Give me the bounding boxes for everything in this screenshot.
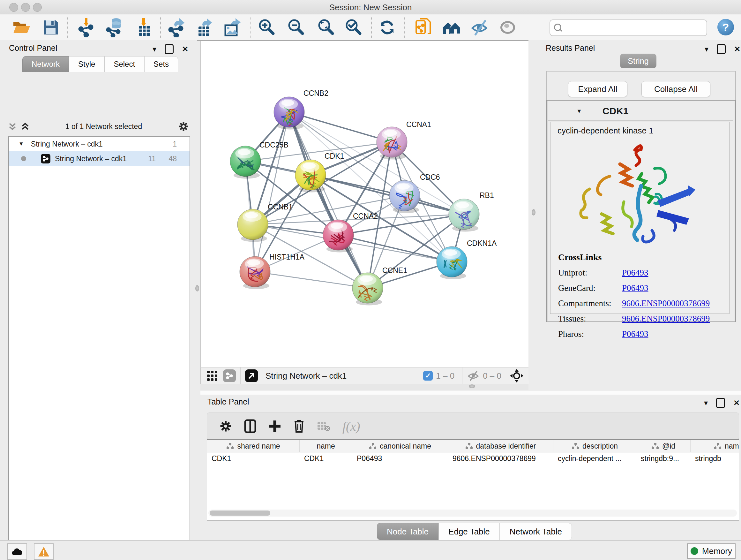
table-cell[interactable]: stringdb [690,452,739,465]
birdseye-toggle-icon[interactable] [510,369,524,383]
expand-all-icon[interactable] [21,122,29,131]
grid-view-icon[interactable] [206,370,218,381]
network-canvas[interactable]: CCNB2CCNA1CDC25BCDK1CDC6RB1CCNB1CCNA2CDK… [200,41,529,367]
zoom-fit-icon[interactable] [317,17,336,37]
table-cell[interactable]: cyclin-dependent ... [553,452,636,465]
show-columns-icon[interactable] [244,419,256,433]
panel-close-icon[interactable]: ✕ [182,45,188,53]
import-table-icon[interactable] [134,17,154,37]
control-panel-tabs: NetworkStyleSelectSets [22,56,178,72]
graph-node-CCNE1[interactable] [352,273,383,306]
graph-node-CCNA1[interactable] [377,127,407,160]
help-button[interactable]: ? [718,19,734,36]
crosslink-link[interactable]: P06493 [622,329,649,339]
entry-expander-icon[interactable]: ▼ [576,108,582,115]
copy-network-icon[interactable] [414,17,433,37]
graph-node-CDC25B[interactable] [230,146,261,179]
tab-select[interactable]: Select [105,56,144,72]
panel-menu-icon[interactable]: ▾ [704,399,708,407]
toolbar-separator [371,17,372,38]
delete-column-icon[interactable] [293,419,305,433]
show-panel-eye-icon[interactable] [498,17,518,37]
bottom-splitter-handle[interactable] [469,384,475,388]
tree-expander-icon[interactable]: ▼ [18,141,24,147]
refresh-icon[interactable] [377,17,397,37]
import-network-database-icon[interactable] [105,17,125,37]
graph-node-CDKN1A[interactable] [436,246,467,279]
collapse-all-button[interactable]: Collapse All [642,81,711,97]
delete-table-icon[interactable] [317,421,330,432]
crosslink-link[interactable]: 9606.ENSP00000378699 [622,299,710,308]
network-collection-row[interactable]: ▼ String Network – cdk1 1 [9,137,190,151]
import-network-icon[interactable] [77,17,96,37]
memory-button[interactable]: Memory [687,543,736,559]
panel-float-icon[interactable] [717,44,726,54]
panel-float-icon[interactable] [165,44,174,54]
add-column-icon[interactable] [268,420,281,433]
table-cell[interactable]: CDK1 [207,452,300,465]
column-header-shared-name[interactable]: shared name [207,440,300,452]
table-gear-icon[interactable] [219,420,232,433]
column-label: namespace [725,442,739,450]
zoom-in-icon[interactable] [257,17,277,37]
column-header-name[interactable]: name [300,440,352,452]
table-cell[interactable]: stringdb:9... [636,452,690,465]
open-in-new-window-icon[interactable] [245,369,258,382]
table-cell[interactable]: P06493 [352,452,448,465]
panel-close-icon[interactable]: ✕ [733,399,740,407]
tab-edge-table[interactable]: Edge Table [439,523,500,540]
panel-float-icon[interactable] [716,398,725,408]
scrollbar-thumb[interactable] [210,510,270,516]
cloud-status-button[interactable] [7,543,27,560]
search-input[interactable] [563,21,702,34]
column-header-canonical-name[interactable]: canonical name [352,440,448,452]
zoom-out-icon[interactable] [286,17,307,37]
tab-node-table[interactable]: Node Table [377,523,439,540]
function-builder-icon[interactable]: f(x) [342,419,360,434]
horizontal-scrollbar[interactable] [208,509,737,516]
crosslink-link[interactable]: 9606.ENSP00000378699 [622,314,710,324]
network-graph[interactable]: CCNB2CCNA1CDC25BCDK1CDC6RB1CCNB1CCNA2CDK… [201,41,529,367]
string-view-icon[interactable] [223,369,236,382]
column-header-database-identifier[interactable]: database identifier [448,440,553,452]
warning-status-button[interactable] [34,543,54,560]
tab-string[interactable]: String [620,54,657,68]
table-cell[interactable]: CDK1 [300,452,352,465]
tab-style[interactable]: Style [69,56,105,72]
panel-close-icon[interactable]: ✕ [734,45,740,53]
selected-nodes-checkbox[interactable]: ✓ [423,371,433,381]
tab-sets[interactable]: Sets [144,56,178,72]
graph-node-CCNA2[interactable] [323,220,354,253]
hide-panel-eye-icon[interactable] [470,17,489,37]
network-row-selected[interactable]: String Network – cdk1 11 48 [9,151,190,166]
crosslink-link[interactable]: P06493 [622,283,649,293]
panel-menu-icon[interactable]: ▾ [704,45,709,53]
graph-node-HIST1H1A[interactable] [240,256,270,289]
tab-network-table[interactable]: Network Table [500,523,572,540]
gear-icon[interactable] [178,121,189,132]
graph-node-CDK1[interactable] [295,160,326,192]
export-table-icon[interactable] [195,17,214,37]
crosslink-link[interactable]: P06493 [622,268,649,278]
column-header-namespace[interactable]: namespace [690,440,739,452]
collapse-all-icon[interactable] [8,122,17,131]
graph-node-RB1[interactable] [449,199,479,232]
open-folder-icon[interactable] [11,17,31,37]
save-session-icon[interactable] [41,17,61,37]
left-splitter-handle[interactable] [195,285,199,292]
table-cell[interactable]: 9606.ENSP00000378699 [448,452,553,465]
hidden-eye-icon[interactable] [467,370,480,381]
home-pages-icon[interactable] [442,17,461,37]
column-header--id[interactable]: @id [636,440,690,452]
export-image-icon[interactable] [223,17,243,37]
tab-network[interactable]: Network [22,56,69,72]
table-row[interactable]: CDK1CDK1P064939606.ENSP00000378699cyclin… [207,452,739,465]
export-network-icon[interactable] [167,17,187,37]
expand-all-button[interactable]: Expand All [568,81,627,97]
graph-node-CCNB1[interactable] [238,209,268,242]
panel-menu-icon[interactable]: ▾ [152,45,156,53]
right-splitter-handle[interactable] [532,209,536,215]
column-header-description[interactable]: description [553,440,636,452]
gene-entry-header[interactable]: ▼ CDK1 [548,102,733,121]
zoom-selected-icon[interactable] [344,17,364,37]
